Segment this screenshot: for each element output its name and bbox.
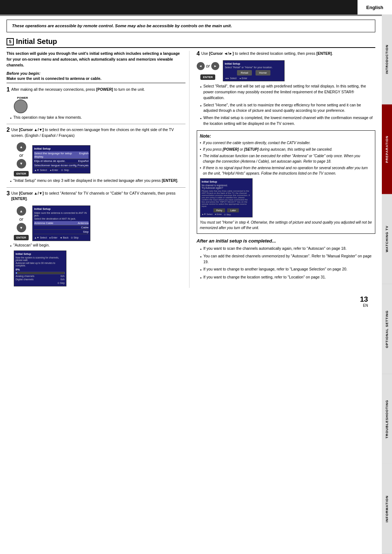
scan-footer: ⊙ Skip: [16, 282, 65, 285]
top-bar: English: [0, 0, 392, 15]
step4-screen-title: Initial Setup: [225, 62, 283, 65]
screen-title: Initial Setup: [34, 147, 89, 150]
section-heading: 5 Initial Setup: [7, 37, 375, 48]
left-arrow-btn: ◄: [197, 62, 205, 70]
note-item-4: • If there is no signal input from the a…: [200, 165, 372, 176]
step3-screen-sub2: Select the destination of ANT IN jack.: [34, 217, 89, 220]
power-diagram: POWER: [14, 96, 185, 113]
language-tab[interactable]: English: [358, 0, 392, 15]
step3-screen-footer: ▲▼ Select ● Enter ◄ Back ⊙ Skip: [34, 236, 89, 239]
before-begin-label: Before you begin:: [7, 71, 185, 76]
screen-row-espanol: Elija el idioma de ajuste. Español: [34, 159, 89, 163]
retail-btn: Retail: [237, 70, 252, 76]
enter-btn-4: ENTER: [200, 74, 215, 80]
scan-progress: 0%: [16, 268, 65, 271]
two-column-layout: This section will guide you through the …: [7, 51, 375, 288]
notice-banner: These operations are accessible by remot…: [7, 20, 375, 32]
retry-later-btn: Later: [227, 208, 239, 212]
after-setup-heading: After an initial setup is completed...: [197, 238, 376, 244]
step-3-bullet: • "Autoscan" will begin.: [10, 243, 185, 249]
step-3-diagram: ▲ or ▼ ENTER Initial Setup Make sure the…: [14, 205, 185, 241]
scan-progress-bar: [16, 272, 65, 274]
step4-bullet-1: • Select "Retail", the unit will be set …: [200, 83, 376, 101]
step-1-bullet: • This operation may take a few moments.: [10, 115, 185, 121]
scan-line2: Autoscan will take up to 30 minutes to c…: [16, 262, 65, 267]
step-1-number: 1: [7, 87, 10, 93]
note-item-2: • If you press [POWER] or [SETUP] during…: [200, 147, 372, 152]
note-italic: You must set "Home" in step 4. Otherwise…: [200, 220, 372, 231]
step-2-buttons: ▲ or ▼ ENTER: [14, 142, 29, 176]
step-4-diagram: ◄ or ► ENTER Initial Setup Select "Retai…: [197, 60, 376, 81]
sidebar-item-preparation[interactable]: PREPARATION: [382, 105, 392, 195]
screen-footer: ▲▼ Select ● Enter ⊙ Skip: [34, 169, 89, 172]
retry-retry-btn: Retry: [213, 208, 225, 212]
retry-footer: ▲▼ Select ● Enter ⊙ Skip: [202, 213, 251, 216]
before-begin-text: Make sure the unit is connected to anten…: [7, 76, 185, 83]
step4-bullet-3: • When the initial setup is completed, t…: [200, 115, 376, 127]
enter-btn-wrap: ENTER: [14, 171, 29, 176]
screen-row-francais: Sélectionner langue écran config. França…: [34, 163, 89, 168]
retry-line1: No channel is registered.: [202, 184, 251, 187]
sidebar-item-watching-tv[interactable]: WATCHING TV: [382, 194, 392, 284]
step-1: 1 After making all the necessary connect…: [7, 87, 185, 93]
step4-screen-buttons: Retail Home: [225, 70, 283, 76]
step-3-buttons: ▲ or ▼ ENTER: [14, 206, 29, 240]
step-2-screen: Initial Setup Select the language for se…: [32, 145, 90, 174]
page-number: 13: [7, 295, 368, 304]
note-box: Note: • If you connect the cable system …: [197, 130, 376, 234]
intro-text: This section will guide you through the …: [7, 51, 185, 68]
retry-screen: Initial Setup No channel is registered. …: [200, 178, 253, 217]
right-arrow-btn: ►: [211, 62, 219, 70]
or-label-3: or: [19, 217, 23, 222]
after-bullet-3: • If you want to change to another langu…: [200, 266, 376, 273]
retry-screen-area: Initial Setup No channel is registered. …: [200, 178, 372, 217]
step4-bullet-2: • Select "Home", the unit is set to maxi…: [200, 102, 376, 114]
step-4-text: Use [Cursor ◄/►] to select the desired l…: [201, 51, 375, 57]
step3-row-antenna: Antenna Cable Antenna: [34, 221, 89, 225]
scan-digital-row: Digital channels 0ch: [16, 278, 65, 281]
gray-divider: [0, 15, 382, 16]
down-arrow-btn: ▼: [17, 159, 26, 168]
page-suffix: EN: [7, 304, 368, 307]
scan-title: Initial Setup: [16, 252, 65, 256]
step4-screen-footer: ◄► Select ● Enter: [225, 77, 283, 80]
step3-row-skip: Skip: [34, 230, 89, 234]
enter-btn: ENTER: [14, 171, 29, 176]
sidebar-item-troubleshooting[interactable]: TROUBLESHOOTING: [382, 374, 392, 464]
step-3-text: Use [Cursor ▲/▼] to select "Antenna" for…: [11, 191, 185, 202]
after-bullet-4: • If you want to change the location set…: [200, 274, 376, 281]
step-2-number: 2: [7, 127, 10, 133]
home-btn: Home: [256, 70, 270, 76]
step-4-number: 4: [197, 51, 200, 57]
down-arrow-btn-3: ▼: [17, 223, 26, 232]
sidebar-item-information[interactable]: INFORMATION: [382, 464, 392, 554]
step-2-bullet: • "Initial Setup" menu on step 3 will be…: [10, 178, 185, 184]
step-3-screen: Initial Setup Make sure the antenna is c…: [32, 205, 90, 241]
note-item-1: • If you connect the cable system direct…: [200, 140, 372, 146]
up-arrow-btn-3: ▲: [17, 206, 26, 216]
step-3-number: 3: [7, 191, 10, 196]
lr-row: ◄ or ►: [197, 62, 220, 70]
sidebar-item-introduction[interactable]: INTRODUCTION: [382, 15, 392, 105]
scan-line1: Now the system is scanning for channels,…: [16, 256, 65, 261]
enter-btn-3: ENTER: [14, 235, 29, 240]
left-column: This section will guide you through the …: [7, 51, 189, 288]
step-4-buttons: ◄ or ► ENTER: [197, 62, 220, 80]
step-4-screen: Initial Setup Select "Retail" or "Home" …: [223, 60, 285, 81]
note-item-3: • The initial autoscan function can be e…: [200, 153, 372, 164]
sidebar-item-optional-setting[interactable]: OPTIONAL SETTING: [382, 284, 392, 374]
scan-analog-row: Analog channels 0ch: [16, 275, 65, 277]
retry-line2: Try Autoscan again?: [202, 187, 251, 189]
step-2: 2 Use [Cursor ▲/▼] to select the on-scre…: [7, 127, 185, 139]
or-label-4: or: [206, 64, 210, 69]
power-label: POWER: [14, 96, 31, 99]
section-title: Initial Setup: [16, 37, 57, 46]
step3-screen-sub1: Make sure the antenna is connected to AN…: [34, 212, 89, 217]
page-footer-area: 13 EN: [7, 295, 368, 307]
scan-progress-fill: [16, 272, 17, 274]
retry-buttons: Retry Later: [202, 208, 251, 212]
after-bullet-1: • If you want to scan the channels autom…: [200, 246, 376, 252]
retry-desc: Please note that any lines cable connect…: [202, 190, 251, 207]
retry-title: Initial Setup: [202, 180, 251, 183]
after-bullet-2: • You can add the desired channels unmem…: [200, 253, 376, 265]
